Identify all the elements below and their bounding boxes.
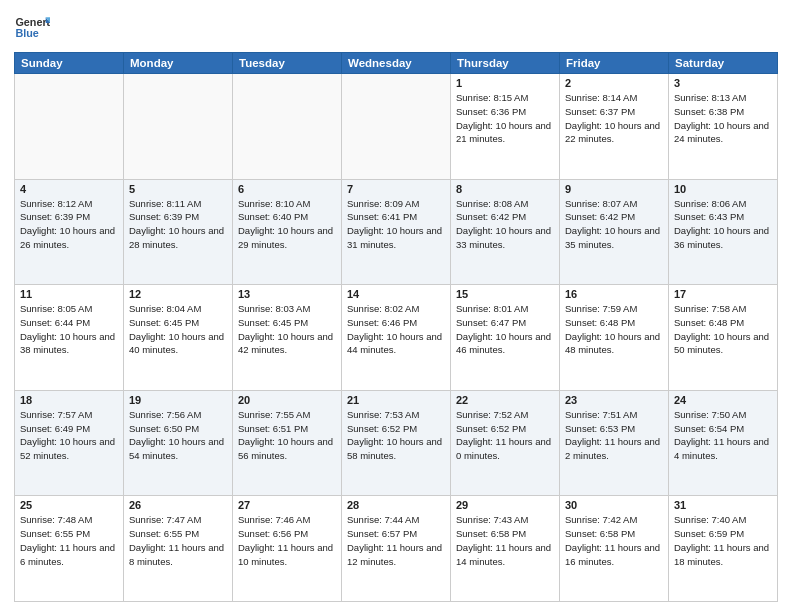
weekday-header-thursday: Thursday — [451, 53, 560, 74]
calendar-cell: 14Sunrise: 8:02 AMSunset: 6:46 PMDayligh… — [342, 285, 451, 391]
day-number: 9 — [565, 183, 663, 195]
calendar-header: SundayMondayTuesdayWednesdayThursdayFrid… — [15, 53, 778, 74]
day-number: 23 — [565, 394, 663, 406]
calendar-cell — [233, 74, 342, 180]
day-info: Sunrise: 7:52 AMSunset: 6:52 PMDaylight:… — [456, 408, 554, 463]
calendar-cell: 22Sunrise: 7:52 AMSunset: 6:52 PMDayligh… — [451, 390, 560, 496]
calendar-cell: 23Sunrise: 7:51 AMSunset: 6:53 PMDayligh… — [560, 390, 669, 496]
day-number: 6 — [238, 183, 336, 195]
day-number: 8 — [456, 183, 554, 195]
day-info: Sunrise: 8:13 AMSunset: 6:38 PMDaylight:… — [674, 91, 772, 146]
day-number: 4 — [20, 183, 118, 195]
day-number: 30 — [565, 499, 663, 511]
calendar-cell: 9Sunrise: 8:07 AMSunset: 6:42 PMDaylight… — [560, 179, 669, 285]
day-number: 2 — [565, 77, 663, 89]
day-info: Sunrise: 7:48 AMSunset: 6:55 PMDaylight:… — [20, 513, 118, 568]
calendar-cell: 26Sunrise: 7:47 AMSunset: 6:55 PMDayligh… — [124, 496, 233, 602]
calendar-cell: 2Sunrise: 8:14 AMSunset: 6:37 PMDaylight… — [560, 74, 669, 180]
day-number: 27 — [238, 499, 336, 511]
day-info: Sunrise: 7:46 AMSunset: 6:56 PMDaylight:… — [238, 513, 336, 568]
calendar-cell: 24Sunrise: 7:50 AMSunset: 6:54 PMDayligh… — [669, 390, 778, 496]
calendar-cell: 16Sunrise: 7:59 AMSunset: 6:48 PMDayligh… — [560, 285, 669, 391]
calendar-cell: 6Sunrise: 8:10 AMSunset: 6:40 PMDaylight… — [233, 179, 342, 285]
day-number: 13 — [238, 288, 336, 300]
calendar-cell: 17Sunrise: 7:58 AMSunset: 6:48 PMDayligh… — [669, 285, 778, 391]
weekday-header-wednesday: Wednesday — [342, 53, 451, 74]
day-info: Sunrise: 7:40 AMSunset: 6:59 PMDaylight:… — [674, 513, 772, 568]
day-number: 15 — [456, 288, 554, 300]
day-info: Sunrise: 8:04 AMSunset: 6:45 PMDaylight:… — [129, 302, 227, 357]
calendar-week-4: 18Sunrise: 7:57 AMSunset: 6:49 PMDayligh… — [15, 390, 778, 496]
day-number: 5 — [129, 183, 227, 195]
day-info: Sunrise: 8:11 AMSunset: 6:39 PMDaylight:… — [129, 197, 227, 252]
calendar-cell: 19Sunrise: 7:56 AMSunset: 6:50 PMDayligh… — [124, 390, 233, 496]
weekday-header-tuesday: Tuesday — [233, 53, 342, 74]
weekday-header-monday: Monday — [124, 53, 233, 74]
logo: General Blue — [14, 10, 50, 46]
calendar-cell: 25Sunrise: 7:48 AMSunset: 6:55 PMDayligh… — [15, 496, 124, 602]
calendar-cell: 3Sunrise: 8:13 AMSunset: 6:38 PMDaylight… — [669, 74, 778, 180]
day-info: Sunrise: 7:50 AMSunset: 6:54 PMDaylight:… — [674, 408, 772, 463]
calendar-cell — [15, 74, 124, 180]
day-info: Sunrise: 8:10 AMSunset: 6:40 PMDaylight:… — [238, 197, 336, 252]
day-number: 12 — [129, 288, 227, 300]
top-section: General Blue — [14, 10, 778, 46]
calendar-cell: 10Sunrise: 8:06 AMSunset: 6:43 PMDayligh… — [669, 179, 778, 285]
calendar-cell: 4Sunrise: 8:12 AMSunset: 6:39 PMDaylight… — [15, 179, 124, 285]
svg-text:Blue: Blue — [15, 27, 38, 39]
day-number: 24 — [674, 394, 772, 406]
day-info: Sunrise: 8:14 AMSunset: 6:37 PMDaylight:… — [565, 91, 663, 146]
day-info: Sunrise: 8:15 AMSunset: 6:36 PMDaylight:… — [456, 91, 554, 146]
day-info: Sunrise: 7:44 AMSunset: 6:57 PMDaylight:… — [347, 513, 445, 568]
day-info: Sunrise: 8:06 AMSunset: 6:43 PMDaylight:… — [674, 197, 772, 252]
calendar-week-3: 11Sunrise: 8:05 AMSunset: 6:44 PMDayligh… — [15, 285, 778, 391]
day-info: Sunrise: 7:53 AMSunset: 6:52 PMDaylight:… — [347, 408, 445, 463]
day-number: 21 — [347, 394, 445, 406]
day-info: Sunrise: 7:59 AMSunset: 6:48 PMDaylight:… — [565, 302, 663, 357]
day-number: 20 — [238, 394, 336, 406]
calendar-week-5: 25Sunrise: 7:48 AMSunset: 6:55 PMDayligh… — [15, 496, 778, 602]
calendar-cell: 21Sunrise: 7:53 AMSunset: 6:52 PMDayligh… — [342, 390, 451, 496]
day-number: 14 — [347, 288, 445, 300]
calendar-cell: 5Sunrise: 8:11 AMSunset: 6:39 PMDaylight… — [124, 179, 233, 285]
weekday-header-friday: Friday — [560, 53, 669, 74]
day-info: Sunrise: 8:03 AMSunset: 6:45 PMDaylight:… — [238, 302, 336, 357]
calendar-cell: 29Sunrise: 7:43 AMSunset: 6:58 PMDayligh… — [451, 496, 560, 602]
day-info: Sunrise: 7:55 AMSunset: 6:51 PMDaylight:… — [238, 408, 336, 463]
calendar-cell: 31Sunrise: 7:40 AMSunset: 6:59 PMDayligh… — [669, 496, 778, 602]
day-info: Sunrise: 7:51 AMSunset: 6:53 PMDaylight:… — [565, 408, 663, 463]
calendar-cell: 27Sunrise: 7:46 AMSunset: 6:56 PMDayligh… — [233, 496, 342, 602]
calendar: SundayMondayTuesdayWednesdayThursdayFrid… — [14, 52, 778, 602]
calendar-body: 1Sunrise: 8:15 AMSunset: 6:36 PMDaylight… — [15, 74, 778, 602]
day-number: 31 — [674, 499, 772, 511]
day-number: 3 — [674, 77, 772, 89]
day-info: Sunrise: 8:02 AMSunset: 6:46 PMDaylight:… — [347, 302, 445, 357]
day-info: Sunrise: 7:47 AMSunset: 6:55 PMDaylight:… — [129, 513, 227, 568]
day-number: 25 — [20, 499, 118, 511]
day-number: 29 — [456, 499, 554, 511]
day-number: 18 — [20, 394, 118, 406]
calendar-cell: 1Sunrise: 8:15 AMSunset: 6:36 PMDaylight… — [451, 74, 560, 180]
weekday-header-row: SundayMondayTuesdayWednesdayThursdayFrid… — [15, 53, 778, 74]
day-info: Sunrise: 8:05 AMSunset: 6:44 PMDaylight:… — [20, 302, 118, 357]
day-info: Sunrise: 8:07 AMSunset: 6:42 PMDaylight:… — [565, 197, 663, 252]
day-number: 1 — [456, 77, 554, 89]
calendar-cell: 11Sunrise: 8:05 AMSunset: 6:44 PMDayligh… — [15, 285, 124, 391]
day-info: Sunrise: 8:09 AMSunset: 6:41 PMDaylight:… — [347, 197, 445, 252]
day-number: 7 — [347, 183, 445, 195]
calendar-cell: 18Sunrise: 7:57 AMSunset: 6:49 PMDayligh… — [15, 390, 124, 496]
day-info: Sunrise: 8:12 AMSunset: 6:39 PMDaylight:… — [20, 197, 118, 252]
weekday-header-sunday: Sunday — [15, 53, 124, 74]
calendar-cell — [124, 74, 233, 180]
day-number: 19 — [129, 394, 227, 406]
day-info: Sunrise: 8:01 AMSunset: 6:47 PMDaylight:… — [456, 302, 554, 357]
logo-icon: General Blue — [14, 10, 50, 46]
calendar-cell: 15Sunrise: 8:01 AMSunset: 6:47 PMDayligh… — [451, 285, 560, 391]
calendar-week-1: 1Sunrise: 8:15 AMSunset: 6:36 PMDaylight… — [15, 74, 778, 180]
day-info: Sunrise: 7:58 AMSunset: 6:48 PMDaylight:… — [674, 302, 772, 357]
day-number: 10 — [674, 183, 772, 195]
day-number: 17 — [674, 288, 772, 300]
calendar-cell — [342, 74, 451, 180]
calendar-cell: 30Sunrise: 7:42 AMSunset: 6:58 PMDayligh… — [560, 496, 669, 602]
day-number: 26 — [129, 499, 227, 511]
